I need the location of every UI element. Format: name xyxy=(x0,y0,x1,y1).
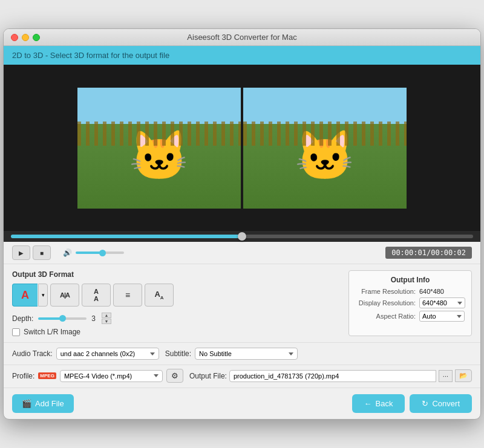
gear-button[interactable]: ⚙ xyxy=(166,369,183,383)
volume-slider[interactable] xyxy=(76,252,124,254)
fields-row-1: Audio Track: und aac 2 channels (0x2) Su… xyxy=(4,343,480,365)
right-buttons: ← Back ↻ Convert xyxy=(352,394,472,413)
side-by-side-button[interactable]: A|A xyxy=(50,284,79,307)
display-res-select[interactable]: 640*480 720*480 1280*720 1920*1080 xyxy=(419,297,465,308)
anaglyph-dropdown-arrow[interactable]: ▾ xyxy=(38,284,48,307)
aspect-ratio-label: Aspect Ratio: xyxy=(355,313,416,320)
title-bar: Aiseesoft 3D Converter for Mac xyxy=(4,29,480,46)
add-file-icon: 🎬 xyxy=(22,399,31,408)
depth-slider[interactable] xyxy=(38,317,87,320)
display-res-row: Display Resolution: 640*480 720*480 1280… xyxy=(355,297,465,308)
switch-lr-row: Switch L/R Image xyxy=(12,328,336,336)
video-frames xyxy=(77,88,407,209)
step-text: 2D to 3D - Select 3D format for the outp… xyxy=(12,51,169,60)
depth-knob[interactable] xyxy=(59,315,66,322)
anaglyph-button[interactable]: A xyxy=(12,284,38,307)
output-info-panel: Output Info Frame Resolution: 640*480 Di… xyxy=(348,270,472,336)
profile-row: MPEG MPEG-4 Video (*.mp4) ⚙ xyxy=(38,369,183,383)
depth-label: Depth: xyxy=(12,314,33,323)
play-controls: ▶ ■ xyxy=(12,245,51,260)
profile-group: Profile: MPEG MPEG-4 Video (*.mp4) ⚙ xyxy=(12,369,183,383)
side-by-side-icon: A|A xyxy=(60,291,70,299)
output-info-title: Output Info xyxy=(355,276,465,284)
back-icon: ← xyxy=(364,399,372,408)
add-file-button[interactable]: 🎬 Add File xyxy=(12,394,74,413)
output-folder-button[interactable]: 📂 xyxy=(455,369,472,382)
maximize-button[interactable] xyxy=(33,34,40,41)
subtitle-label: Subtitle: xyxy=(165,349,191,358)
format-left: Output 3D Format A ▾ A|A AA xyxy=(12,270,336,336)
interleaved-button[interactable]: ≡ xyxy=(113,284,142,307)
convert-button[interactable]: ↻ Convert xyxy=(410,394,472,413)
convert-label: Convert xyxy=(432,399,460,408)
volume-area: 🔊 xyxy=(63,248,124,257)
mpg-icon: MPEG xyxy=(38,372,56,379)
output-file-group: Output File: ··· 📂 xyxy=(189,369,472,382)
close-button[interactable] xyxy=(11,34,18,41)
seek-bar[interactable] xyxy=(11,235,473,238)
depth-value: 3 xyxy=(91,314,96,323)
output-dots-button[interactable]: ··· xyxy=(439,370,453,382)
aspect-ratio-row: Aspect Ratio: Auto 4:3 16:9 xyxy=(355,311,465,322)
subtitle-group: Subtitle: No Subtitle xyxy=(165,348,298,360)
anaglyph-icon: A xyxy=(21,289,29,302)
time-display: 00:00:01/00:00:02 xyxy=(385,247,472,259)
frame-res-row: Frame Resolution: 640*480 xyxy=(355,288,465,295)
minimize-button[interactable] xyxy=(22,34,29,41)
anaglyph-btn-group: A ▾ xyxy=(12,284,48,307)
add-file-label: Add File xyxy=(35,399,64,408)
video-area xyxy=(4,65,480,231)
audio-track-select[interactable]: und aac 2 channels (0x2) xyxy=(56,348,159,360)
depth-decrement[interactable]: ▼ xyxy=(102,319,111,324)
cat-scene-left xyxy=(77,88,241,209)
play-button[interactable]: ▶ xyxy=(12,245,30,260)
volume-icon: 🔊 xyxy=(63,248,72,257)
action-bar: 🎬 Add File ← Back ↻ Convert xyxy=(4,388,480,419)
format-section: Output 3D Format A ▾ A|A AA xyxy=(4,264,480,343)
cat-scene-right xyxy=(243,88,407,209)
top-bottom-button[interactable]: AA xyxy=(82,284,111,307)
traffic-lights xyxy=(11,34,40,41)
step-bar: 2D to 3D - Select 3D format for the outp… xyxy=(4,46,480,65)
play-icon: ▶ xyxy=(19,250,24,256)
fence-left xyxy=(77,122,241,146)
controls-bar: ▶ ■ 🔊 00:00:01/00:00:02 xyxy=(4,242,480,264)
output-file-input[interactable] xyxy=(229,370,436,382)
video-frame-left xyxy=(77,88,241,209)
audio-track-label: Audio Track: xyxy=(12,349,53,358)
stop-icon: ■ xyxy=(40,250,44,256)
switch-lr-checkbox[interactable] xyxy=(12,328,20,336)
format-title: Output 3D Format xyxy=(12,270,336,279)
frame-res-label: Frame Resolution: xyxy=(355,288,416,295)
interleaved-icon: ≡ xyxy=(125,290,130,300)
top-bottom-icon: AA xyxy=(94,288,99,302)
depth-increment[interactable]: ▲ xyxy=(102,313,111,318)
checkerboard-button[interactable]: AA xyxy=(145,284,174,307)
frame-res-value: 640*480 xyxy=(419,288,444,295)
volume-knob[interactable] xyxy=(99,250,106,256)
output-file-label: Output File: xyxy=(189,372,227,380)
window-title: Aiseesoft 3D Converter for Mac xyxy=(187,33,296,42)
convert-icon: ↻ xyxy=(422,399,428,408)
aspect-ratio-select[interactable]: Auto 4:3 16:9 xyxy=(419,311,465,322)
depth-stepper[interactable]: ▲ ▼ xyxy=(102,313,111,324)
fence-right xyxy=(243,122,407,146)
seek-bar-container xyxy=(4,231,480,242)
back-label: Back xyxy=(376,399,393,408)
main-window: Aiseesoft 3D Converter for Mac 2D to 3D … xyxy=(3,28,481,420)
back-button[interactable]: ← Back xyxy=(352,394,405,413)
depth-row: Depth: 3 ▲ ▼ xyxy=(12,313,336,324)
profile-select[interactable]: MPEG-4 Video (*.mp4) xyxy=(60,370,163,382)
switch-lr-label: Switch L/R Image xyxy=(24,328,80,336)
fields-row-2: Profile: MPEG MPEG-4 Video (*.mp4) ⚙ Out… xyxy=(4,365,480,388)
profile-label: Profile: xyxy=(12,372,34,380)
video-frame-right xyxy=(243,88,407,209)
format-buttons: A ▾ A|A AA ≡ AA xyxy=(12,284,336,307)
seek-knob[interactable] xyxy=(238,232,246,241)
audio-track-group: Audio Track: und aac 2 channels (0x2) xyxy=(12,348,159,360)
checkerboard-icon: AA xyxy=(154,290,163,300)
display-res-label: Display Resolution: xyxy=(355,299,416,307)
subtitle-select[interactable]: No Subtitle xyxy=(195,348,298,360)
stop-button[interactable]: ■ xyxy=(33,245,51,260)
